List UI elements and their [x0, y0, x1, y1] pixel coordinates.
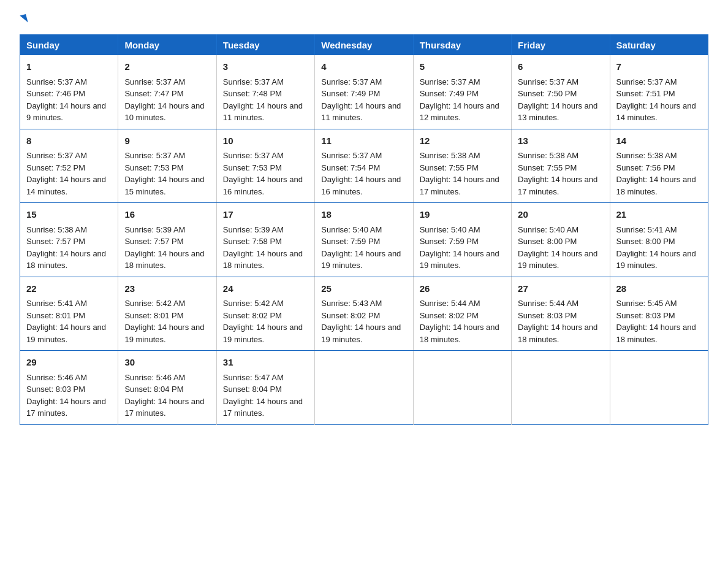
day-number: 7 [616, 60, 702, 74]
calendar-cell: 21 Sunrise: 5:41 AM Sunset: 8:00 PM Dayl… [610, 203, 708, 277]
weekday-header-row: SundayMondayTuesdayWednesdayThursdayFrid… [20, 35, 708, 56]
day-daylight: Daylight: 14 hours and 15 minutes. [124, 175, 204, 196]
calendar-cell: 20 Sunrise: 5:40 AM Sunset: 8:00 PM Dayl… [512, 203, 610, 277]
day-number: 15 [26, 208, 112, 222]
calendar-cell: 4 Sunrise: 5:37 AM Sunset: 7:49 PM Dayli… [315, 55, 413, 129]
day-sunset: Sunset: 7:58 PM [223, 237, 282, 246]
day-sunset: Sunset: 8:02 PM [321, 311, 380, 320]
weekday-monday: Monday [118, 35, 216, 56]
day-sunrise: Sunrise: 5:37 AM [616, 77, 677, 86]
day-number: 29 [26, 356, 112, 370]
calendar-cell: 15 Sunrise: 5:38 AM Sunset: 7:57 PM Dayl… [20, 203, 118, 277]
logo [20, 15, 27, 23]
day-sunrise: Sunrise: 5:37 AM [321, 151, 382, 160]
day-number: 24 [223, 282, 308, 296]
day-sunrise: Sunrise: 5:46 AM [124, 373, 185, 382]
day-sunrise: Sunrise: 5:39 AM [223, 225, 284, 234]
day-number: 3 [223, 60, 308, 74]
weekday-wednesday: Wednesday [315, 35, 413, 56]
day-number: 27 [518, 282, 603, 296]
calendar-cell: 13 Sunrise: 5:38 AM Sunset: 7:55 PM Dayl… [512, 129, 610, 203]
day-number: 25 [321, 282, 406, 296]
weekday-saturday: Saturday [610, 35, 708, 56]
day-sunrise: Sunrise: 5:37 AM [26, 151, 87, 160]
calendar-cell: 8 Sunrise: 5:37 AM Sunset: 7:52 PM Dayli… [20, 129, 118, 203]
day-daylight: Daylight: 14 hours and 19 minutes. [616, 249, 696, 270]
day-sunset: Sunset: 7:53 PM [124, 163, 183, 172]
day-number: 2 [124, 60, 210, 74]
calendar-cell: 9 Sunrise: 5:37 AM Sunset: 7:53 PM Dayli… [118, 129, 216, 203]
day-sunrise: Sunrise: 5:41 AM [616, 225, 677, 234]
day-daylight: Daylight: 14 hours and 19 minutes. [321, 249, 401, 270]
day-number: 26 [420, 282, 505, 296]
day-sunrise: Sunrise: 5:37 AM [420, 77, 480, 86]
day-daylight: Daylight: 14 hours and 9 minutes. [26, 101, 106, 123]
day-sunrise: Sunrise: 5:37 AM [124, 77, 185, 86]
day-number: 5 [420, 60, 505, 74]
calendar-cell: 16 Sunrise: 5:39 AM Sunset: 7:57 PM Dayl… [118, 203, 216, 277]
calendar-cell: 1 Sunrise: 5:37 AM Sunset: 7:46 PM Dayli… [20, 55, 118, 129]
day-daylight: Daylight: 14 hours and 14 minutes. [26, 175, 106, 196]
calendar-cell [315, 351, 413, 425]
day-daylight: Daylight: 14 hours and 19 minutes. [420, 249, 499, 270]
day-sunset: Sunset: 8:02 PM [223, 311, 282, 320]
calendar-cell: 14 Sunrise: 5:38 AM Sunset: 7:56 PM Dayl… [610, 129, 708, 203]
calendar-cell: 3 Sunrise: 5:37 AM Sunset: 7:48 PM Dayli… [216, 55, 314, 129]
day-sunrise: Sunrise: 5:37 AM [321, 77, 382, 86]
day-number: 4 [321, 60, 406, 74]
day-sunset: Sunset: 8:03 PM [26, 385, 85, 394]
day-sunset: Sunset: 7:52 PM [26, 163, 85, 172]
day-daylight: Daylight: 14 hours and 19 minutes. [26, 323, 106, 344]
day-sunset: Sunset: 7:51 PM [616, 89, 675, 98]
day-daylight: Daylight: 14 hours and 12 minutes. [420, 101, 499, 123]
day-sunset: Sunset: 8:04 PM [223, 385, 282, 394]
day-number: 1 [26, 60, 112, 74]
logo-triangle-icon [20, 14, 28, 24]
day-sunrise: Sunrise: 5:41 AM [26, 299, 87, 308]
day-sunset: Sunset: 7:46 PM [26, 89, 85, 98]
day-sunset: Sunset: 8:04 PM [124, 385, 183, 394]
day-sunrise: Sunrise: 5:37 AM [518, 77, 578, 86]
day-number: 14 [616, 134, 702, 148]
day-number: 28 [616, 282, 702, 296]
header [20, 15, 708, 23]
day-number: 31 [223, 356, 308, 370]
day-daylight: Daylight: 14 hours and 18 minutes. [223, 249, 303, 270]
day-number: 9 [124, 134, 210, 148]
day-number: 18 [321, 208, 406, 222]
day-sunset: Sunset: 7:49 PM [420, 89, 479, 98]
day-daylight: Daylight: 14 hours and 13 minutes. [518, 101, 597, 123]
day-sunset: Sunset: 7:49 PM [321, 89, 380, 98]
day-sunset: Sunset: 7:48 PM [223, 89, 282, 98]
day-daylight: Daylight: 14 hours and 16 minutes. [223, 175, 303, 196]
day-sunset: Sunset: 7:50 PM [518, 89, 577, 98]
day-sunrise: Sunrise: 5:44 AM [420, 299, 480, 308]
day-daylight: Daylight: 14 hours and 17 minutes. [420, 175, 499, 196]
calendar-cell: 23 Sunrise: 5:42 AM Sunset: 8:01 PM Dayl… [118, 277, 216, 351]
day-number: 11 [321, 134, 406, 148]
day-daylight: Daylight: 14 hours and 10 minutes. [124, 101, 204, 123]
day-sunrise: Sunrise: 5:47 AM [223, 373, 284, 382]
day-sunset: Sunset: 7:57 PM [26, 237, 85, 246]
day-number: 19 [420, 208, 505, 222]
day-sunrise: Sunrise: 5:39 AM [124, 225, 185, 234]
weekday-sunday: Sunday [20, 35, 118, 56]
weekday-thursday: Thursday [413, 35, 511, 56]
day-sunset: Sunset: 7:47 PM [124, 89, 183, 98]
day-daylight: Daylight: 14 hours and 17 minutes. [124, 397, 204, 418]
day-number: 16 [124, 208, 210, 222]
week-row-4: 22 Sunrise: 5:41 AM Sunset: 8:01 PM Dayl… [20, 277, 708, 351]
week-row-1: 1 Sunrise: 5:37 AM Sunset: 7:46 PM Dayli… [20, 55, 708, 129]
day-sunrise: Sunrise: 5:42 AM [124, 299, 185, 308]
day-sunrise: Sunrise: 5:42 AM [223, 299, 284, 308]
day-sunrise: Sunrise: 5:38 AM [26, 225, 87, 234]
calendar-cell [512, 351, 610, 425]
calendar-cell: 31 Sunrise: 5:47 AM Sunset: 8:04 PM Dayl… [216, 351, 314, 425]
day-sunset: Sunset: 7:56 PM [616, 163, 675, 172]
calendar-cell: 19 Sunrise: 5:40 AM Sunset: 7:59 PM Dayl… [413, 203, 511, 277]
day-number: 8 [26, 134, 112, 148]
day-daylight: Daylight: 14 hours and 17 minutes. [518, 175, 597, 196]
day-daylight: Daylight: 14 hours and 19 minutes. [124, 323, 204, 344]
day-sunrise: Sunrise: 5:43 AM [321, 299, 382, 308]
week-row-2: 8 Sunrise: 5:37 AM Sunset: 7:52 PM Dayli… [20, 129, 708, 203]
